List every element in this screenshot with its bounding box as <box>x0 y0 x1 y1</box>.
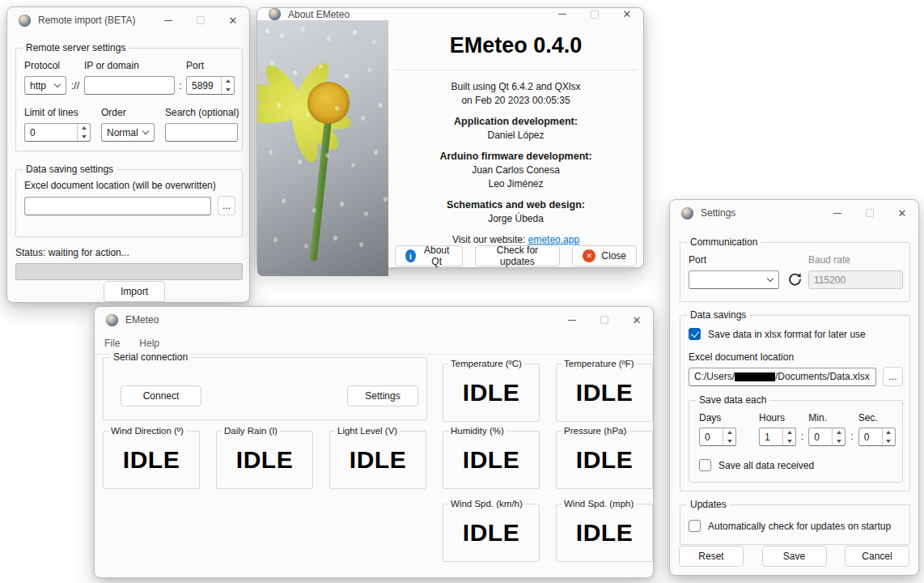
auto-update-checkbox[interactable]: Automatically check for updates on start… <box>689 520 891 532</box>
minimize-button[interactable] <box>821 200 854 226</box>
refresh-ports-button[interactable] <box>786 270 803 289</box>
check-updates-button[interactable]: Check for updates <box>475 245 561 266</box>
about-qt-label: About Qt <box>422 245 452 267</box>
panel-label: Wind Spd. (km/h) <box>448 498 525 509</box>
import-button[interactable]: Import <box>104 281 165 302</box>
close-button[interactable]: ✕ <box>611 8 643 20</box>
data-saving-settings-group: Data saving settings Excel document loca… <box>15 169 243 237</box>
spin-down-button[interactable] <box>833 437 845 446</box>
save-xlsx-label: Save data in xlsx format for later use <box>708 329 866 340</box>
close-icon: ✕ <box>633 315 642 326</box>
minimize-button[interactable] <box>556 307 588 333</box>
panel-humidity: Humidity (%) IDLE <box>443 431 540 489</box>
about-qt-button[interactable]: i About Qt <box>395 245 463 266</box>
spin-up-button[interactable] <box>78 124 90 133</box>
reset-button[interactable]: Reset <box>679 546 744 567</box>
panel-wind-direction: Wind Direction (º) IDLE <box>103 431 200 489</box>
panel-value: IDLE <box>557 504 652 561</box>
check-updates-label: Check for updates <box>485 245 550 267</box>
main-titlebar[interactable]: EMeteo ✕ <box>95 307 653 333</box>
arrow-down-icon <box>837 440 841 443</box>
browse-button[interactable]: ... <box>883 367 903 386</box>
group-legend: Updates <box>687 499 730 510</box>
connect-button[interactable]: Connect <box>121 385 201 406</box>
redacted-username <box>735 372 775 381</box>
port-spinner[interactable]: 5899 <box>186 76 235 95</box>
checkbox-checked-icon <box>689 328 701 340</box>
minimize-button[interactable] <box>546 8 579 20</box>
search-input[interactable] <box>165 123 238 142</box>
spin-up-button[interactable] <box>783 428 795 437</box>
import-progress-bar <box>15 263 243 280</box>
spin-down-button[interactable] <box>883 437 895 446</box>
close-icon: ✕ <box>229 15 238 26</box>
hours-spinner[interactable]: 1 <box>759 428 796 446</box>
remote-import-titlebar[interactable]: Remote import (BETA) ✕ <box>7 7 249 33</box>
sec-spinner[interactable]: 0 <box>858 428 896 446</box>
app-title: EMeteo 0.4.0 <box>450 33 583 58</box>
close-dialog-button[interactable]: ✕ Close <box>572 245 637 266</box>
settings-button[interactable]: Settings <box>347 385 418 406</box>
built-info-line2: on Feb 20 2023 00:05:35 <box>461 94 570 108</box>
close-icon: ✕ <box>623 9 632 19</box>
panel-temperature-c: Temperature (ºC) IDLE <box>443 364 540 422</box>
spin-up-button[interactable] <box>723 428 735 437</box>
order-select[interactable]: Normal <box>101 123 155 142</box>
minimize-icon <box>164 20 172 21</box>
spin-down-button[interactable] <box>723 437 735 446</box>
menu-file[interactable]: File <box>104 338 120 349</box>
arrow-down-icon <box>727 440 732 443</box>
save-xlsx-checkbox[interactable]: Save data in xlsx format for later use <box>689 328 866 340</box>
menu-help[interactable]: Help <box>139 338 159 349</box>
settings-titlebar[interactable]: Settings ✕ <box>670 200 918 226</box>
min-spinner[interactable]: 0 <box>808 428 846 446</box>
port-value: 5899 <box>187 77 221 94</box>
cancel-button[interactable]: Cancel <box>845 546 909 567</box>
spin-down-button[interactable] <box>783 437 795 446</box>
minimize-icon <box>558 14 566 15</box>
maximize-button <box>579 8 611 20</box>
credit-name: Juan Carlos Conesa <box>472 164 560 177</box>
panel-wind-speed-kmh: Wind Spd. (km/h) IDLE <box>443 504 540 562</box>
credit-role: Schematics and web design: <box>447 198 585 212</box>
remote-server-settings-group: Remote server settings Protocol IP or do… <box>15 48 243 151</box>
excel-location-input[interactable] <box>24 197 211 215</box>
website-link[interactable]: emeteo.app <box>528 234 579 245</box>
baud-rate-label: Baud rate <box>808 254 850 266</box>
close-icon: ✕ <box>898 208 907 219</box>
panel-label: Light Level (V) <box>335 425 400 436</box>
spin-up-button[interactable] <box>222 77 234 86</box>
port-select[interactable] <box>689 270 779 289</box>
spin-up-button[interactable] <box>833 428 845 437</box>
limit-spinner[interactable]: 0 <box>24 123 91 142</box>
group-legend: Serial connection <box>110 351 191 363</box>
spin-up-button[interactable] <box>883 428 895 437</box>
about-titlebar[interactable]: About EMeteo ✕ <box>257 8 643 20</box>
save-all-data-checkbox[interactable]: Save all data received <box>699 459 814 471</box>
panel-value: IDLE <box>443 504 539 561</box>
excel-location-input[interactable]: C:/Users//Documents/Data.xlsx <box>689 368 876 386</box>
arrow-up-icon <box>837 431 841 434</box>
protocol-label: Protocol <box>24 60 66 71</box>
panel-daily-rain: Daily Rain (l) IDLE <box>216 431 313 489</box>
refresh-icon <box>787 272 803 287</box>
spin-down-button[interactable] <box>222 86 234 95</box>
minimize-icon <box>568 320 576 321</box>
close-button[interactable]: ✕ <box>621 307 653 333</box>
updates-group: Updates Automatically check for updates … <box>680 504 910 545</box>
minimize-button[interactable] <box>152 7 184 33</box>
days-spinner[interactable]: 0 <box>699 428 736 446</box>
spin-down-button[interactable] <box>78 133 90 142</box>
arrow-up-icon <box>886 431 891 434</box>
browse-button[interactable]: ... <box>218 196 235 215</box>
save-button[interactable]: Save <box>762 546 827 567</box>
scheme-separator: :// <box>69 80 82 91</box>
maximize-button <box>588 307 621 333</box>
excel-location-label: Excel document location (will be overwri… <box>24 180 216 191</box>
close-button[interactable]: ✕ <box>886 200 918 226</box>
panel-value: IDLE <box>443 432 539 488</box>
close-button[interactable]: ✕ <box>217 7 249 33</box>
time-colon: : <box>796 431 808 446</box>
ip-input[interactable] <box>84 76 175 95</box>
protocol-select[interactable]: http <box>24 76 66 95</box>
